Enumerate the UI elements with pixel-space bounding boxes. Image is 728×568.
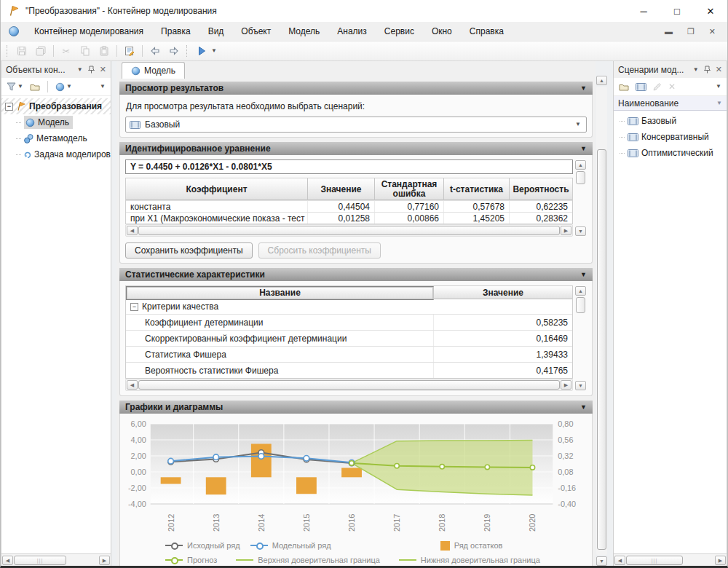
scenarios-panel-hscrollbar[interactable]: ◀ ||| ▶ xyxy=(614,553,727,566)
section-equation-header[interactable]: Идентифицированное уравнение ▼ xyxy=(119,142,593,155)
collapse-expander-icon[interactable]: − xyxy=(130,303,138,311)
table-row[interactable]: константа 0,44504 0,77160 0,57678 0,6223… xyxy=(126,200,572,212)
window-minimize-button[interactable]: ─ xyxy=(627,0,660,22)
window-maximize-button[interactable]: □ xyxy=(660,0,694,22)
collapse-arrow-icon[interactable]: ▼ xyxy=(580,403,587,411)
scroll-right-icon[interactable]: ▶ xyxy=(715,556,726,565)
section-results-header[interactable]: Просмотр результатов ▼ xyxy=(119,82,593,95)
edit-note-icon[interactable] xyxy=(120,43,139,60)
scroll-thumb[interactable] xyxy=(138,380,560,390)
panel-toolbar-overflow-arrow[interactable]: ▼ xyxy=(716,84,724,90)
legend-lower-bound-series[interactable]: Нижняя доверительная граница xyxy=(399,556,540,564)
menu-edit[interactable]: Правка xyxy=(152,22,199,41)
reset-coefficients-button[interactable]: Сбросить коэффициенты xyxy=(258,242,381,259)
stats-vscrollbar[interactable]: ▲ ▼ xyxy=(574,285,587,391)
scroll-left-icon[interactable]: ◀ xyxy=(2,556,13,565)
panel-toolbar-overflow-arrow[interactable]: ▼ xyxy=(100,84,108,90)
pin-icon[interactable] xyxy=(704,66,711,74)
list-item-conservative[interactable]: Консервативный xyxy=(614,129,727,145)
folder-button[interactable] xyxy=(617,82,631,92)
tree-item-modeling-task[interactable]: Задача моделиров xyxy=(1,146,111,162)
back-icon[interactable] xyxy=(146,43,165,60)
table-row[interactable]: Коэффициент детерминации 0,58235 xyxy=(126,314,572,330)
save-all-button[interactable] xyxy=(31,43,50,60)
tab-model[interactable]: Модель xyxy=(122,62,185,79)
collapse-arrow-icon[interactable]: ▼ xyxy=(580,145,587,152)
forward-icon[interactable] xyxy=(165,43,183,60)
paste-icon[interactable] xyxy=(95,43,114,60)
collapse-arrow-icon[interactable]: ▼ xyxy=(580,271,587,278)
legend-upper-bound-series[interactable]: Верхняя доверительная граница xyxy=(236,556,380,564)
window-close-button[interactable]: ✕ xyxy=(694,0,727,22)
scroll-thumb[interactable] xyxy=(576,171,585,184)
stats-hscrollbar[interactable]: ◀ ▶ xyxy=(125,379,573,391)
scroll-thumb[interactable]: ||| xyxy=(626,556,683,565)
scroll-down-icon[interactable]: ▼ xyxy=(575,226,586,236)
col-coefficient[interactable]: Коэффициент xyxy=(126,178,308,200)
scroll-up-icon[interactable]: ▲ xyxy=(575,286,586,296)
menu-analysis[interactable]: Анализ xyxy=(328,22,376,41)
list-item-optimistic[interactable]: Оптимистический xyxy=(614,145,727,161)
list-item-base[interactable]: Базовый xyxy=(614,113,727,129)
scroll-right-icon[interactable]: ▶ xyxy=(561,380,571,390)
objects-panel-hscrollbar[interactable]: ◀ ||| ▶ xyxy=(1,553,111,566)
scroll-up-icon[interactable]: ▲ xyxy=(596,76,607,85)
combo-dropdown-arrow[interactable]: ▼ xyxy=(575,122,582,127)
mdi-minimize-button[interactable]: ▬ xyxy=(665,27,673,36)
object-type-button[interactable]: ▼ xyxy=(53,81,74,93)
mdi-close-button[interactable]: ✕ xyxy=(709,27,716,36)
scroll-left-icon[interactable]: ◀ xyxy=(127,380,138,390)
scroll-right-icon[interactable]: ▶ xyxy=(561,226,571,235)
collapse-arrow-icon[interactable]: ▼ xyxy=(580,84,587,92)
stats-table-header[interactable]: Название Значение xyxy=(126,286,572,299)
save-button[interactable] xyxy=(12,43,31,60)
coefficients-table-header[interactable]: Коэффициент Значение Стандартная ошибка … xyxy=(126,178,572,200)
section-stats-header[interactable]: Статистические характеристики ▼ xyxy=(119,268,593,281)
coefficients-hscrollbar[interactable]: ◀ ▶ xyxy=(125,224,573,237)
stats-group-row[interactable]: −Критерии качества xyxy=(126,299,572,314)
scenario-combobox[interactable]: Базовый ▼ xyxy=(125,117,587,133)
run-dropdown-arrow[interactable]: ▼ xyxy=(211,48,217,54)
pin-icon[interactable] xyxy=(88,66,95,74)
table-row[interactable]: Скорректированный коэффициент детерминац… xyxy=(126,330,572,346)
menu-window[interactable]: Окно xyxy=(423,22,461,41)
left-splitter[interactable] xyxy=(111,61,116,566)
col-probability[interactable]: Вероятность xyxy=(510,178,572,200)
scroll-up-icon[interactable]: ▲ xyxy=(575,160,586,170)
scroll-left-icon[interactable]: ◀ xyxy=(127,226,138,235)
table-row[interactable]: Статистика Фишера 1,39433 xyxy=(126,346,572,362)
scroll-track[interactable] xyxy=(596,87,607,555)
filter-button[interactable]: ▼ xyxy=(4,81,25,92)
menu-model[interactable]: Модель xyxy=(280,22,328,41)
tree-item-metamodel[interactable]: Метамодель xyxy=(1,130,111,146)
scroll-down-icon[interactable]: ▼ xyxy=(596,556,607,566)
menu-help[interactable]: Справка xyxy=(461,22,513,41)
run-icon[interactable] xyxy=(192,43,211,60)
section-charts-header[interactable]: Графики и диаграммы ▼ xyxy=(119,401,593,414)
scroll-down-icon[interactable]: ▼ xyxy=(575,381,586,390)
panel-close-icon[interactable]: ✕ xyxy=(716,65,722,74)
scroll-right-icon[interactable]: ▶ xyxy=(99,556,110,565)
delete-scenario-button[interactable]: ✕ xyxy=(666,80,678,93)
add-scenario-button[interactable] xyxy=(633,82,649,92)
menu-object[interactable]: Объект xyxy=(232,22,280,41)
copy-icon[interactable] xyxy=(76,43,95,60)
edit-scenario-button[interactable] xyxy=(651,81,664,92)
menu-container[interactable]: Контейнер моделирования xyxy=(25,22,152,41)
scroll-thumb[interactable] xyxy=(597,149,606,550)
legend-model-series[interactable]: Модельный ряд xyxy=(250,541,331,550)
col-t-stat[interactable]: t-статистика xyxy=(444,178,510,200)
col-value[interactable]: Значение xyxy=(434,286,572,300)
cut-icon[interactable]: ✂ xyxy=(57,43,76,60)
scenarios-column-header[interactable]: Наименование ▼ xyxy=(614,96,727,111)
col-std-error[interactable]: Стандартная ошибка xyxy=(375,178,444,200)
right-splitter[interactable] xyxy=(608,61,613,566)
scroll-thumb[interactable] xyxy=(138,226,560,235)
panel-menu-arrow-icon[interactable]: ▼ xyxy=(77,67,83,73)
tree-item-model[interactable]: Модель xyxy=(1,114,111,130)
col-name[interactable]: Название xyxy=(126,286,434,300)
scroll-thumb[interactable] xyxy=(576,297,585,313)
panel-menu-arrow-icon[interactable]: ▼ xyxy=(693,67,699,73)
mdi-restore-button[interactable]: ❐ xyxy=(687,27,695,36)
scroll-left-icon[interactable]: ◀ xyxy=(614,556,625,565)
